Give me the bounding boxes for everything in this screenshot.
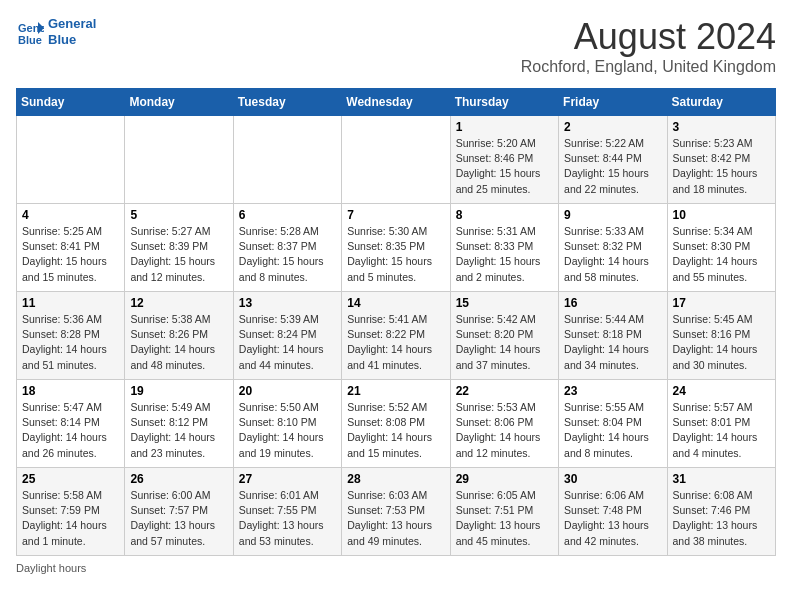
day-info: Sunrise: 6:03 AMSunset: 7:53 PMDaylight:… (347, 488, 444, 549)
day-info: Sunrise: 5:50 AMSunset: 8:10 PMDaylight:… (239, 400, 336, 461)
day-info: Sunrise: 5:39 AMSunset: 8:24 PMDaylight:… (239, 312, 336, 373)
day-number: 22 (456, 384, 553, 398)
page-header: General Blue General Blue August 2024 Ro… (16, 16, 776, 76)
calendar-cell: 1Sunrise: 5:20 AMSunset: 8:46 PMDaylight… (450, 116, 558, 204)
day-number: 15 (456, 296, 553, 310)
day-number: 7 (347, 208, 444, 222)
calendar-week-row: 25Sunrise: 5:58 AMSunset: 7:59 PMDayligh… (17, 468, 776, 556)
calendar-cell: 10Sunrise: 5:34 AMSunset: 8:30 PMDayligh… (667, 204, 775, 292)
calendar-cell: 17Sunrise: 5:45 AMSunset: 8:16 PMDayligh… (667, 292, 775, 380)
day-info: Sunrise: 5:36 AMSunset: 8:28 PMDaylight:… (22, 312, 119, 373)
day-number: 12 (130, 296, 227, 310)
day-number: 9 (564, 208, 661, 222)
calendar-cell: 27Sunrise: 6:01 AMSunset: 7:55 PMDayligh… (233, 468, 341, 556)
logo-icon: General Blue (16, 18, 44, 46)
day-number: 2 (564, 120, 661, 134)
calendar-cell: 3Sunrise: 5:23 AMSunset: 8:42 PMDaylight… (667, 116, 775, 204)
day-number: 4 (22, 208, 119, 222)
day-info: Sunrise: 5:25 AMSunset: 8:41 PMDaylight:… (22, 224, 119, 285)
calendar-cell: 9Sunrise: 5:33 AMSunset: 8:32 PMDaylight… (559, 204, 667, 292)
calendar-cell: 31Sunrise: 6:08 AMSunset: 7:46 PMDayligh… (667, 468, 775, 556)
day-info: Sunrise: 5:34 AMSunset: 8:30 PMDaylight:… (673, 224, 770, 285)
day-info: Sunrise: 5:41 AMSunset: 8:22 PMDaylight:… (347, 312, 444, 373)
location: Rochford, England, United Kingdom (521, 58, 776, 76)
day-number: 16 (564, 296, 661, 310)
calendar-cell: 14Sunrise: 5:41 AMSunset: 8:22 PMDayligh… (342, 292, 450, 380)
calendar-week-row: 18Sunrise: 5:47 AMSunset: 8:14 PMDayligh… (17, 380, 776, 468)
calendar-cell: 26Sunrise: 6:00 AMSunset: 7:57 PMDayligh… (125, 468, 233, 556)
day-number: 21 (347, 384, 444, 398)
weekday-header: Saturday (667, 89, 775, 116)
weekday-header: Thursday (450, 89, 558, 116)
day-info: Sunrise: 6:01 AMSunset: 7:55 PMDaylight:… (239, 488, 336, 549)
calendar-cell: 29Sunrise: 6:05 AMSunset: 7:51 PMDayligh… (450, 468, 558, 556)
calendar-cell: 20Sunrise: 5:50 AMSunset: 8:10 PMDayligh… (233, 380, 341, 468)
calendar-cell (342, 116, 450, 204)
day-number: 5 (130, 208, 227, 222)
calendar-cell: 12Sunrise: 5:38 AMSunset: 8:26 PMDayligh… (125, 292, 233, 380)
footer-text: Daylight hours (16, 562, 776, 574)
day-info: Sunrise: 5:27 AMSunset: 8:39 PMDaylight:… (130, 224, 227, 285)
day-number: 25 (22, 472, 119, 486)
calendar-table: SundayMondayTuesdayWednesdayThursdayFrid… (16, 88, 776, 556)
day-number: 1 (456, 120, 553, 134)
calendar-cell: 7Sunrise: 5:30 AMSunset: 8:35 PMDaylight… (342, 204, 450, 292)
day-number: 6 (239, 208, 336, 222)
day-info: Sunrise: 5:55 AMSunset: 8:04 PMDaylight:… (564, 400, 661, 461)
day-number: 23 (564, 384, 661, 398)
day-info: Sunrise: 5:30 AMSunset: 8:35 PMDaylight:… (347, 224, 444, 285)
calendar-cell (125, 116, 233, 204)
day-info: Sunrise: 5:45 AMSunset: 8:16 PMDaylight:… (673, 312, 770, 373)
day-number: 18 (22, 384, 119, 398)
day-number: 10 (673, 208, 770, 222)
calendar-cell: 5Sunrise: 5:27 AMSunset: 8:39 PMDaylight… (125, 204, 233, 292)
calendar-cell (233, 116, 341, 204)
weekday-header: Friday (559, 89, 667, 116)
day-number: 19 (130, 384, 227, 398)
calendar-cell: 2Sunrise: 5:22 AMSunset: 8:44 PMDaylight… (559, 116, 667, 204)
weekday-header: Wednesday (342, 89, 450, 116)
calendar-week-row: 11Sunrise: 5:36 AMSunset: 8:28 PMDayligh… (17, 292, 776, 380)
logo-line1: General (48, 16, 96, 32)
day-number: 20 (239, 384, 336, 398)
day-number: 17 (673, 296, 770, 310)
day-number: 26 (130, 472, 227, 486)
calendar-cell: 11Sunrise: 5:36 AMSunset: 8:28 PMDayligh… (17, 292, 125, 380)
day-number: 31 (673, 472, 770, 486)
day-number: 27 (239, 472, 336, 486)
calendar-cell: 15Sunrise: 5:42 AMSunset: 8:20 PMDayligh… (450, 292, 558, 380)
calendar-cell: 28Sunrise: 6:03 AMSunset: 7:53 PMDayligh… (342, 468, 450, 556)
day-info: Sunrise: 5:57 AMSunset: 8:01 PMDaylight:… (673, 400, 770, 461)
day-info: Sunrise: 6:05 AMSunset: 7:51 PMDaylight:… (456, 488, 553, 549)
logo: General Blue General Blue (16, 16, 96, 47)
day-number: 8 (456, 208, 553, 222)
calendar-cell: 13Sunrise: 5:39 AMSunset: 8:24 PMDayligh… (233, 292, 341, 380)
day-number: 30 (564, 472, 661, 486)
day-info: Sunrise: 5:49 AMSunset: 8:12 PMDaylight:… (130, 400, 227, 461)
day-info: Sunrise: 5:52 AMSunset: 8:08 PMDaylight:… (347, 400, 444, 461)
calendar-cell: 6Sunrise: 5:28 AMSunset: 8:37 PMDaylight… (233, 204, 341, 292)
day-info: Sunrise: 5:23 AMSunset: 8:42 PMDaylight:… (673, 136, 770, 197)
day-info: Sunrise: 6:06 AMSunset: 7:48 PMDaylight:… (564, 488, 661, 549)
calendar-cell: 18Sunrise: 5:47 AMSunset: 8:14 PMDayligh… (17, 380, 125, 468)
day-number: 14 (347, 296, 444, 310)
day-info: Sunrise: 5:20 AMSunset: 8:46 PMDaylight:… (456, 136, 553, 197)
day-info: Sunrise: 5:44 AMSunset: 8:18 PMDaylight:… (564, 312, 661, 373)
day-info: Sunrise: 5:31 AMSunset: 8:33 PMDaylight:… (456, 224, 553, 285)
day-number: 3 (673, 120, 770, 134)
weekday-header: Monday (125, 89, 233, 116)
day-number: 11 (22, 296, 119, 310)
calendar-cell: 19Sunrise: 5:49 AMSunset: 8:12 PMDayligh… (125, 380, 233, 468)
calendar-cell: 23Sunrise: 5:55 AMSunset: 8:04 PMDayligh… (559, 380, 667, 468)
calendar-cell: 8Sunrise: 5:31 AMSunset: 8:33 PMDaylight… (450, 204, 558, 292)
calendar-cell: 22Sunrise: 5:53 AMSunset: 8:06 PMDayligh… (450, 380, 558, 468)
calendar-cell: 25Sunrise: 5:58 AMSunset: 7:59 PMDayligh… (17, 468, 125, 556)
day-info: Sunrise: 6:08 AMSunset: 7:46 PMDaylight:… (673, 488, 770, 549)
day-info: Sunrise: 6:00 AMSunset: 7:57 PMDaylight:… (130, 488, 227, 549)
day-info: Sunrise: 5:58 AMSunset: 7:59 PMDaylight:… (22, 488, 119, 549)
day-number: 28 (347, 472, 444, 486)
weekday-header: Tuesday (233, 89, 341, 116)
title-block: August 2024 Rochford, England, United Ki… (521, 16, 776, 76)
day-info: Sunrise: 5:42 AMSunset: 8:20 PMDaylight:… (456, 312, 553, 373)
month-year: August 2024 (521, 16, 776, 58)
